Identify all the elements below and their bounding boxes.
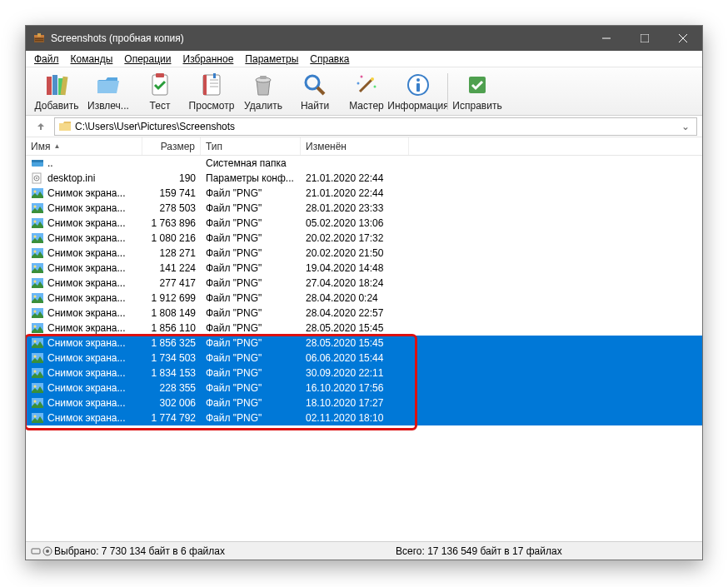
chevron-down-icon[interactable]: ⌄	[678, 121, 693, 132]
status-bar: Выбрано: 7 730 134 байт в 6 файлах Всего…	[26, 541, 702, 560]
svg-point-54	[34, 296, 37, 298]
menu-help[interactable]: Справка	[305, 52, 354, 66]
file-row[interactable]: Снимок экрана...1 774 792Файл "PNG"02.11…	[26, 410, 702, 425]
toolbar-repair[interactable]: Исправить	[451, 69, 503, 114]
file-name: Снимок экрана...	[47, 292, 126, 304]
file-size: 1 856 325	[142, 337, 201, 349]
menu-parameters[interactable]: Параметры	[240, 52, 303, 66]
file-row[interactable]: Снимок экрана...228 355Файл "PNG"16.10.2…	[26, 381, 702, 395]
svg-point-44	[34, 221, 37, 223]
minimize-button[interactable]	[587, 26, 626, 51]
svg-point-23	[306, 76, 319, 89]
svg-point-56	[34, 311, 37, 313]
file-name: Снимок экрана...	[47, 262, 126, 274]
svg-point-38	[36, 177, 37, 179]
file-name: Снимок экрана...	[47, 367, 126, 379]
file-row[interactable]: Снимок экрана...1 856 110Файл "PNG"28.05…	[26, 321, 702, 336]
menu-operations[interactable]: Операции	[119, 52, 176, 66]
file-row[interactable]: Снимок экрана...1 734 503Файл "PNG"06.06…	[26, 351, 702, 366]
toolbar-find[interactable]: Найти	[289, 69, 341, 114]
file-row[interactable]: Снимок экрана...277 417Файл "PNG"27.04.2…	[26, 276, 702, 291]
window-title: Screenshots (пробная копия)	[51, 32, 587, 44]
file-row[interactable]: Снимок экрана...302 006Файл "PNG"18.10.2…	[26, 395, 702, 410]
svg-point-50	[34, 266, 37, 268]
svg-line-25	[360, 80, 371, 92]
file-row[interactable]: Снимок экрана...1 856 325Файл "PNG"28.05…	[26, 336, 702, 351]
status-total: Всего: 17 136 549 байт в 17 файлах	[396, 545, 697, 557]
column-name[interactable]: Имя▲	[26, 137, 142, 155]
toolbar-info[interactable]: Информация	[392, 69, 444, 114]
toolbar-add[interactable]: Добавить	[31, 69, 82, 114]
menu-file[interactable]: Файл	[29, 52, 64, 66]
file-row[interactable]: Снимок экрана...128 271Файл "PNG"20.02.2…	[26, 246, 702, 261]
file-row[interactable]: desktop.ini190Параметры конф...21.01.202…	[26, 171, 702, 186]
image-file-icon	[31, 277, 44, 289]
file-type: Файл "PNG"	[201, 202, 301, 214]
image-file-icon	[31, 292, 44, 304]
file-row[interactable]: Снимок экрана...159 741Файл "PNG"21.01.2…	[26, 186, 702, 201]
address-input[interactable]: C:\Users\User\Pictures\Screenshots ⌄	[54, 117, 697, 136]
file-row[interactable]: Снимок экрана...1 834 153Файл "PNG"30.09…	[26, 366, 702, 381]
file-type: Файл "PNG"	[201, 367, 301, 379]
repair-icon	[464, 72, 491, 98]
toolbar-view-label: Просмотр	[189, 100, 235, 112]
file-row[interactable]: Снимок экрана...278 503Файл "PNG"28.01.2…	[26, 201, 702, 216]
file-row[interactable]: ..Системная папка	[26, 156, 702, 171]
toolbar-view[interactable]: Просмотр	[186, 69, 237, 114]
svg-point-70	[34, 415, 37, 418]
file-type: Файл "PNG"	[201, 292, 301, 304]
image-file-icon	[31, 187, 44, 199]
toolbar-delete[interactable]: Удалить	[237, 69, 289, 114]
svg-rect-4	[35, 40, 43, 41]
toolbar-wizard[interactable]: Мастер	[341, 69, 392, 114]
file-name: Снимок экрана...	[47, 307, 126, 319]
title-bar[interactable]: Screenshots (пробная копия)	[26, 26, 702, 51]
column-headers: Имя▲ Размер Тип Изменён	[26, 137, 702, 156]
file-row[interactable]: Снимок экрана...1 763 896Файл "PNG"05.02…	[26, 216, 702, 231]
file-row[interactable]: Снимок экрана...1 808 149Файл "PNG"28.04…	[26, 306, 702, 321]
up-button[interactable]	[31, 117, 51, 136]
file-name: Снимок экрана...	[47, 202, 126, 214]
image-file-icon	[31, 412, 44, 424]
svg-point-64	[34, 371, 37, 373]
svg-point-28	[374, 85, 376, 87]
column-modified[interactable]: Изменён	[301, 137, 409, 155]
column-type[interactable]: Тип	[201, 137, 301, 155]
file-modified: 02.11.2020 18:10	[301, 412, 409, 424]
toolbar-extract[interactable]: Извлеч...	[82, 69, 134, 114]
toolbar-delete-label: Удалить	[244, 100, 282, 112]
file-modified: 21.01.2020 22:44	[301, 172, 409, 184]
image-file-icon	[31, 352, 44, 364]
image-file-icon	[31, 382, 44, 394]
file-row[interactable]: Снимок экрана...1 080 216Файл "PNG"20.02…	[26, 231, 702, 246]
file-row[interactable]: Снимок экрана...141 224Файл "PNG"19.04.2…	[26, 261, 702, 276]
file-size: 128 271	[142, 247, 201, 259]
close-button[interactable]	[664, 26, 702, 51]
file-size: 141 224	[142, 262, 201, 274]
menu-favorites[interactable]: Избранное	[178, 52, 239, 66]
svg-rect-9	[47, 77, 52, 95]
toolbar-separator	[447, 73, 448, 110]
file-size: 302 006	[142, 397, 201, 409]
address-bar: C:\Users\User\Pictures\Screenshots ⌄	[26, 116, 702, 137]
image-file-icon	[31, 367, 44, 379]
file-name: Снимок экрана...	[47, 277, 126, 289]
image-file-icon	[31, 247, 44, 259]
maximize-button[interactable]	[626, 26, 664, 51]
file-rows[interactable]: ..Системная папкаdesktop.ini190Параметры…	[26, 156, 702, 425]
file-row[interactable]: Снимок экрана...1 912 699Файл "PNG"28.04…	[26, 291, 702, 306]
svg-rect-14	[156, 73, 164, 77]
file-type: Файл "PNG"	[201, 382, 301, 394]
image-file-icon	[31, 202, 44, 214]
column-size[interactable]: Размер	[142, 137, 201, 155]
menu-commands[interactable]: Команды	[66, 52, 118, 66]
info-icon	[405, 72, 431, 98]
svg-rect-22	[260, 76, 267, 79]
svg-point-42	[34, 206, 37, 208]
svg-rect-16	[203, 75, 207, 95]
file-modified: 30.09.2020 22:11	[301, 367, 409, 379]
file-type: Файл "PNG"	[201, 232, 301, 244]
svg-point-73	[46, 550, 49, 553]
toolbar-test[interactable]: Тест	[134, 69, 186, 114]
file-type: Файл "PNG"	[201, 187, 301, 199]
